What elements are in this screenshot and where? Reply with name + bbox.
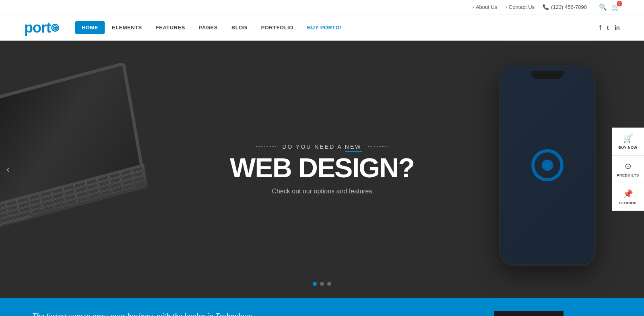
cta-section: The fastest way to grow your business wi… (0, 298, 644, 316)
cart-side-icon: 🛒 (623, 133, 633, 143)
phone-logo (531, 149, 564, 181)
buy-now-label: BUY NOW (619, 146, 638, 150)
phone-icon: 📞 (543, 4, 549, 10)
slider-dot-1[interactable] (313, 282, 317, 286)
hero-tagline-text: DO YOU NEED A NEW (282, 144, 361, 150)
nav-menu: HOME ELEMENTS FEATURES PAGES BLOG PORTFO… (75, 21, 591, 34)
nav-link-home[interactable]: HOME (75, 21, 105, 34)
facebook-link[interactable]: f (599, 24, 601, 31)
phone-notch (531, 71, 564, 79)
about-us-link[interactable]: About Us (473, 4, 497, 10)
side-panel: 🛒 BUY NOW ⊙ PREBUILTS 📌 STUDIOS (612, 128, 644, 211)
slider-prev-arrow[interactable]: ‹ (6, 164, 10, 175)
get-started-button[interactable]: Get Started Now (494, 311, 564, 316)
top-bar: About Us Contact Us 📞 (123) 456-7890 🔍 🛒… (0, 0, 644, 14)
site-logo[interactable]: port (24, 19, 59, 36)
prebuilts-button[interactable]: ⊙ PREBUILTS (612, 156, 644, 183)
nav-link-features[interactable]: FEATURES (149, 21, 192, 34)
hero-section: DO YOU NEED A NEW WEB DESIGN? Check out … (0, 41, 644, 298)
phone-illustration (499, 65, 612, 290)
nav-item-elements[interactable]: ELEMENTS (105, 21, 149, 34)
cart-icon[interactable]: 🛒 0 (612, 3, 620, 11)
laptop-illustration (0, 73, 157, 234)
nav-link-elements[interactable]: ELEMENTS (105, 21, 149, 34)
nav-link-buy[interactable]: BUY PORTO! (301, 21, 348, 34)
linkedin-link[interactable]: in (615, 24, 620, 31)
navigation: port HOME ELEMENTS FEATURES PAGES BLOG P… (0, 14, 644, 41)
studios-icon: 📌 (623, 189, 633, 199)
logo-o-icon (51, 24, 59, 32)
phone-screen (501, 66, 594, 264)
nav-item-blog[interactable]: BLOG (225, 21, 254, 34)
contact-us-link[interactable]: Contact Us (505, 4, 535, 10)
studios-button[interactable]: 📌 STUDIOS (612, 183, 644, 211)
slider-dot-3[interactable] (327, 282, 331, 286)
cta-headline-prefix: The fastest way to grow your business wi… (32, 312, 213, 316)
hero-content: DO YOU NEED A NEW WEB DESIGN? Check out … (230, 144, 414, 195)
cta-text-block: The fastest way to grow your business wi… (32, 312, 494, 316)
cta-actions: Get Started Now or learn more. (494, 311, 612, 316)
studios-label: STUDIOS (619, 201, 637, 205)
prebuilts-icon: ⊙ (625, 161, 632, 171)
phone-logo-inner (542, 160, 553, 171)
nav-item-features[interactable]: FEATURES (149, 21, 192, 34)
nav-item-pages[interactable]: PAGES (192, 21, 224, 34)
twitter-link[interactable]: t (607, 24, 609, 31)
cart-badge: 0 (617, 1, 622, 6)
slider-dots (313, 282, 331, 286)
slider-dot-2[interactable] (320, 282, 324, 286)
nav-link-pages[interactable]: PAGES (192, 21, 224, 34)
nav-link-blog[interactable]: BLOG (225, 21, 254, 34)
social-links: f t in (599, 24, 620, 31)
nav-item-portfolio[interactable]: PORTFOLIO (255, 21, 300, 34)
cta-headline-highlight: Technology (215, 312, 252, 316)
hero-subtitle: Check out our options and features (230, 188, 414, 195)
prebuilts-label: PREBUILTS (617, 173, 639, 177)
phone-number: 📞 (123) 456-7890 (543, 4, 587, 10)
cta-headline: The fastest way to grow your business wi… (32, 312, 494, 316)
tagline-highlight: NEW (345, 144, 362, 152)
tagline-line-left (256, 146, 276, 147)
nav-link-portfolio[interactable]: PORTFOLIO (255, 21, 300, 34)
phone-body (499, 65, 596, 266)
hero-tagline: DO YOU NEED A NEW (230, 144, 414, 150)
hero-title: WEB DESIGN? (230, 154, 414, 181)
site-header: About Us Contact Us 📞 (123) 456-7890 🔍 🛒… (0, 0, 644, 41)
nav-item-home[interactable]: HOME (75, 21, 105, 34)
buy-now-button[interactable]: 🛒 BUY NOW (612, 128, 644, 156)
search-icon[interactable]: 🔍 (599, 3, 607, 11)
tagline-line-right (368, 146, 388, 147)
top-bar-icons: 🔍 🛒 0 (599, 3, 620, 11)
nav-item-buy[interactable]: BUY PORTO! (301, 21, 348, 34)
